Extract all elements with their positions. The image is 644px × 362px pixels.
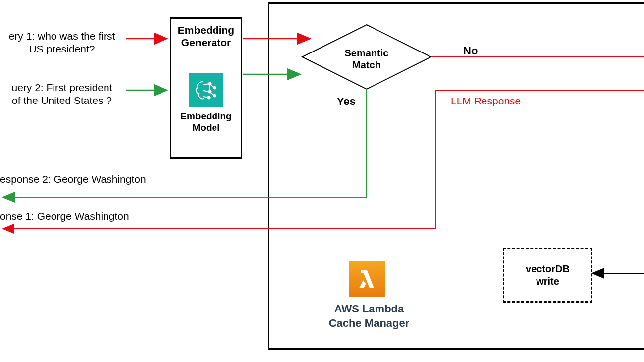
- arrow-yes-to-response2: [4, 89, 367, 197]
- arrow-llm-to-response1: [4, 90, 644, 229]
- arrows-svg: [0, 0, 644, 362]
